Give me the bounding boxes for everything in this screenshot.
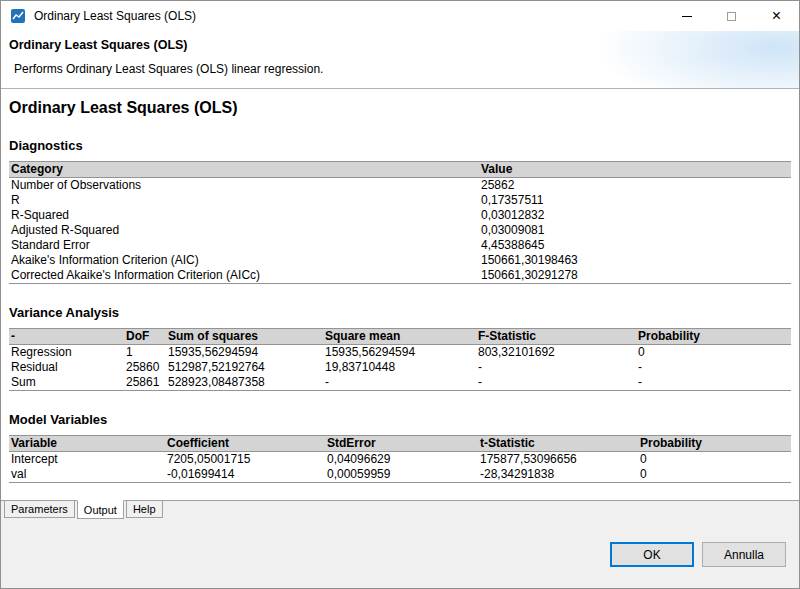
column-header: - xyxy=(9,329,124,345)
diagnostics-table: CategoryValue Number of Observations2586… xyxy=(9,161,791,284)
column-header: StdError xyxy=(325,436,478,452)
titlebar: Ordinary Least Squares (OLS) × xyxy=(1,1,799,31)
table-row: Adjusted R-Squared0,03009081 xyxy=(9,223,791,238)
table-cell: 0 xyxy=(638,467,791,483)
dialog-window: Ordinary Least Squares (OLS) × Ordinary … xyxy=(0,0,800,589)
column-header: Category xyxy=(9,162,479,178)
ok-button[interactable]: OK xyxy=(610,542,694,567)
table-cell: 0 xyxy=(638,452,791,468)
table-cell: -0,01699414 xyxy=(165,467,325,483)
table-cell: 0,03012832 xyxy=(479,208,791,223)
table-cell: - xyxy=(636,375,791,391)
table-row: R0,17357511 xyxy=(9,193,791,208)
dialog-header: Ordinary Least Squares (OLS) Performs Or… xyxy=(1,31,799,89)
tab-help[interactable]: Help xyxy=(126,501,163,518)
table-cell: 512987,52192764 xyxy=(166,360,323,375)
column-header: t-Statistic xyxy=(478,436,638,452)
column-header: Probability xyxy=(638,436,791,452)
header-title: Ordinary Least Squares (OLS) xyxy=(9,38,799,52)
table-cell: 4,45388645 xyxy=(479,238,791,253)
maximize-button[interactable] xyxy=(709,1,754,31)
table-row: Akaike's Information Criterion (AIC)1506… xyxy=(9,253,791,268)
column-header: F-Statistic xyxy=(476,329,636,345)
table-cell: 25860 xyxy=(124,360,166,375)
table-cell: - xyxy=(323,375,476,391)
table-header-row: VariableCoefficientStdErrort-StatisticPr… xyxy=(9,436,791,452)
table-cell: Number of Observations xyxy=(9,178,479,194)
tab-bar: Parameters Output Help xyxy=(1,501,799,521)
table-cell: 0 xyxy=(636,345,791,361)
column-header: Variable xyxy=(9,436,165,452)
table-row: Corrected Akaike's Information Criterion… xyxy=(9,268,791,284)
table-row: val-0,016994140,00059959-28,342918380 xyxy=(9,467,791,483)
column-header: DoF xyxy=(124,329,166,345)
table-cell: -28,34291838 xyxy=(478,467,638,483)
table-cell: Corrected Akaike's Information Criterion… xyxy=(9,268,479,284)
table-cell: - xyxy=(636,360,791,375)
table-cell: Akaike's Information Criterion (AIC) xyxy=(9,253,479,268)
tab-output[interactable]: Output xyxy=(77,500,124,519)
section-heading-variance: Variance Analysis xyxy=(9,305,791,320)
report-title: Ordinary Least Squares (OLS) xyxy=(9,99,791,117)
table-row: Intercept7205,050017150,04096629175877,5… xyxy=(9,452,791,468)
table-cell: Intercept xyxy=(9,452,165,468)
table-cell: 0,17357511 xyxy=(479,193,791,208)
tab-parameters[interactable]: Parameters xyxy=(4,501,75,518)
table-cell: 25861 xyxy=(124,375,166,391)
table-cell: 0,04096629 xyxy=(325,452,478,468)
table-cell: Regression xyxy=(9,345,124,361)
column-header: Coefficient xyxy=(165,436,325,452)
close-icon: × xyxy=(772,8,781,24)
table-row: Regression115935,5629459415935,562945948… xyxy=(9,345,791,361)
column-header: Square mean xyxy=(323,329,476,345)
app-icon xyxy=(10,8,26,24)
section-heading-diagnostics: Diagnostics xyxy=(9,138,791,153)
close-button[interactable]: × xyxy=(754,1,799,31)
model-variables-table: VariableCoefficientStdErrort-StatisticPr… xyxy=(9,435,791,483)
minimize-icon xyxy=(682,16,692,17)
cancel-button[interactable]: Annulla xyxy=(702,542,786,567)
table-cell: 7205,05001715 xyxy=(165,452,325,468)
button-bar: OK Annulla xyxy=(1,521,799,588)
table-cell: 528923,08487358 xyxy=(166,375,323,391)
table-header-row: -DoFSum of squaresSquare meanF-Statistic… xyxy=(9,329,791,345)
variance-table: -DoFSum of squaresSquare meanF-Statistic… xyxy=(9,328,791,391)
table-cell: 0,03009081 xyxy=(479,223,791,238)
table-cell: 15935,56294594 xyxy=(166,345,323,361)
table-cell: - xyxy=(476,375,636,391)
table-cell: 803,32101692 xyxy=(476,345,636,361)
table-cell: Sum xyxy=(9,375,124,391)
column-header: Sum of squares xyxy=(166,329,323,345)
window-title: Ordinary Least Squares (OLS) xyxy=(34,9,196,23)
column-header: Probability xyxy=(636,329,791,345)
section-heading-model-variables: Model Variables xyxy=(9,412,791,427)
maximize-icon xyxy=(727,12,736,21)
table-cell: val xyxy=(9,467,165,483)
header-description: Performs Ordinary Least Squares (OLS) li… xyxy=(14,62,799,76)
table-cell: 175877,53096656 xyxy=(478,452,638,468)
table-cell: - xyxy=(476,360,636,375)
table-cell: Residual xyxy=(9,360,124,375)
table-cell: 25862 xyxy=(479,178,791,194)
table-cell: R-Squared xyxy=(9,208,479,223)
column-header: Value xyxy=(479,162,791,178)
table-row: Sum25861528923,08487358--- xyxy=(9,375,791,391)
table-row: Standard Error4,45388645 xyxy=(9,238,791,253)
table-cell: 19,83710448 xyxy=(323,360,476,375)
output-pane: Ordinary Least Squares (OLS) Diagnostics… xyxy=(1,89,799,501)
window-controls: × xyxy=(664,1,799,31)
minimize-button[interactable] xyxy=(664,1,709,31)
table-cell: 150661,30291278 xyxy=(479,268,791,284)
table-cell: R xyxy=(9,193,479,208)
table-cell: Standard Error xyxy=(9,238,479,253)
table-cell: 1 xyxy=(124,345,166,361)
table-cell: 15935,56294594 xyxy=(323,345,476,361)
table-row: Residual25860512987,5219276419,83710448-… xyxy=(9,360,791,375)
table-cell: 150661,30198463 xyxy=(479,253,791,268)
table-row: R-Squared0,03012832 xyxy=(9,208,791,223)
table-header-row: CategoryValue xyxy=(9,162,791,178)
table-cell: 0,00059959 xyxy=(325,467,478,483)
table-cell: Adjusted R-Squared xyxy=(9,223,479,238)
table-row: Number of Observations25862 xyxy=(9,178,791,194)
